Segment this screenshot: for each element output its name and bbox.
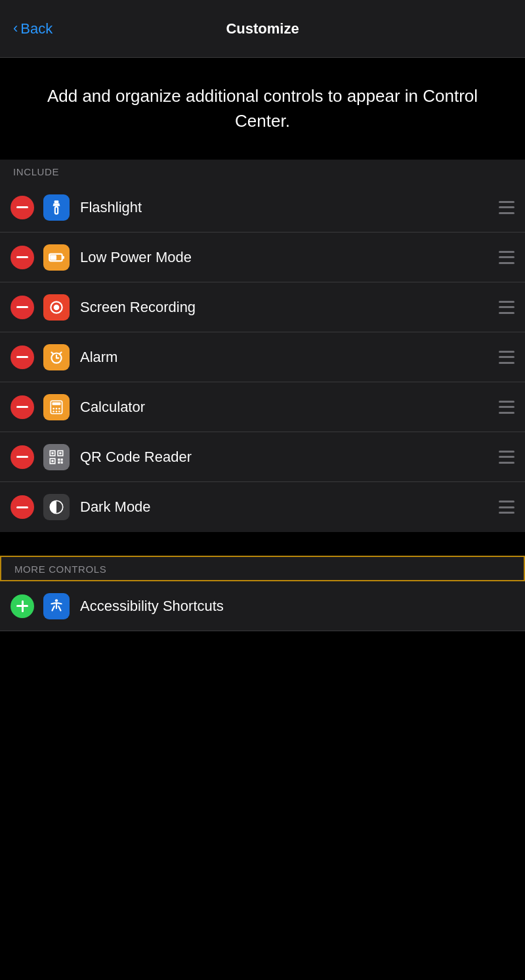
remove-alarm-button[interactable]	[10, 345, 34, 369]
svg-point-18	[52, 411, 54, 412]
page-title: Customize	[226, 20, 299, 37]
remove-screen-recording-button[interactable]	[10, 296, 34, 319]
svg-rect-30	[61, 461, 63, 463]
list-item: Alarm	[0, 332, 525, 382]
list-item: Accessibility Shortcuts	[0, 581, 525, 631]
svg-line-11	[51, 352, 53, 353]
list-item: QR Code Reader	[0, 432, 525, 482]
flashlight-label: Flashlight	[80, 199, 499, 216]
qr-code-label: QR Code Reader	[80, 449, 499, 466]
svg-rect-0	[54, 200, 59, 203]
screen-recording-drag-handle[interactable]	[499, 301, 514, 314]
remove-dark-mode-button[interactable]	[10, 495, 34, 519]
screen-recording-label: Screen Recording	[80, 299, 499, 316]
more-controls-section-label: MORE CONTROLS	[0, 556, 525, 581]
qr-code-reader-icon	[43, 444, 70, 470]
section-separator	[0, 532, 525, 556]
svg-rect-24	[59, 452, 61, 454]
svg-rect-27	[58, 458, 60, 460]
svg-rect-14	[52, 402, 61, 405]
remove-low-power-button[interactable]	[10, 246, 34, 269]
alarm-label: Alarm	[80, 349, 499, 366]
add-accessibility-button[interactable]	[10, 594, 34, 618]
svg-point-15	[52, 408, 54, 410]
calculator-label: Calculator	[80, 399, 499, 416]
calculator-drag-handle[interactable]	[499, 401, 514, 414]
dark-mode-drag-handle[interactable]	[499, 501, 514, 514]
svg-rect-5	[50, 255, 56, 260]
remove-flashlight-button[interactable]	[10, 196, 34, 219]
dark-mode-label: Dark Mode	[80, 499, 499, 516]
list-item: Dark Mode	[0, 482, 525, 532]
svg-point-17	[58, 408, 60, 410]
low-power-drag-handle[interactable]	[499, 251, 514, 264]
alarm-drag-handle[interactable]	[499, 351, 514, 364]
svg-point-19	[56, 411, 58, 412]
qr-drag-handle[interactable]	[499, 451, 514, 464]
svg-rect-28	[61, 458, 63, 460]
low-power-label: Low Power Mode	[80, 249, 499, 266]
low-power-mode-icon	[43, 244, 70, 271]
list-item: Calculator	[0, 382, 525, 432]
accessibility-shortcuts-label: Accessibility Shortcuts	[80, 598, 514, 615]
list-item: Low Power Mode	[0, 233, 525, 282]
include-list: Flashlight Low Power Mode Screen Recordi…	[0, 183, 525, 532]
flashlight-icon	[43, 194, 70, 221]
description-section: Add and organize additional controls to …	[0, 58, 525, 160]
more-controls-list: Accessibility Shortcuts	[0, 581, 525, 631]
flashlight-drag-handle[interactable]	[499, 201, 514, 214]
list-item: Screen Recording	[0, 282, 525, 332]
svg-point-16	[56, 408, 58, 410]
svg-point-7	[54, 305, 60, 311]
svg-rect-29	[58, 461, 60, 463]
list-item: Flashlight	[0, 183, 525, 233]
dark-mode-icon	[43, 494, 70, 520]
svg-rect-4	[62, 256, 64, 259]
include-section-label: INCLUDE	[0, 160, 525, 183]
remove-calculator-button[interactable]	[10, 395, 34, 419]
svg-rect-26	[51, 460, 53, 462]
screen-recording-icon	[43, 294, 70, 321]
svg-rect-22	[51, 452, 53, 454]
svg-point-32	[55, 599, 58, 602]
accessibility-icon	[43, 593, 70, 619]
calculator-icon	[43, 394, 70, 420]
svg-line-12	[60, 352, 62, 353]
header: ‹ Back Customize	[0, 0, 525, 58]
description-text: Add and organize additional controls to …	[39, 84, 486, 133]
alarm-icon	[43, 344, 70, 370]
svg-point-20	[58, 411, 60, 412]
back-button[interactable]: ‹ Back	[13, 20, 52, 37]
back-chevron-icon: ‹	[13, 20, 18, 37]
back-label: Back	[20, 20, 52, 37]
remove-qr-button[interactable]	[10, 445, 34, 469]
svg-rect-2	[56, 208, 57, 213]
